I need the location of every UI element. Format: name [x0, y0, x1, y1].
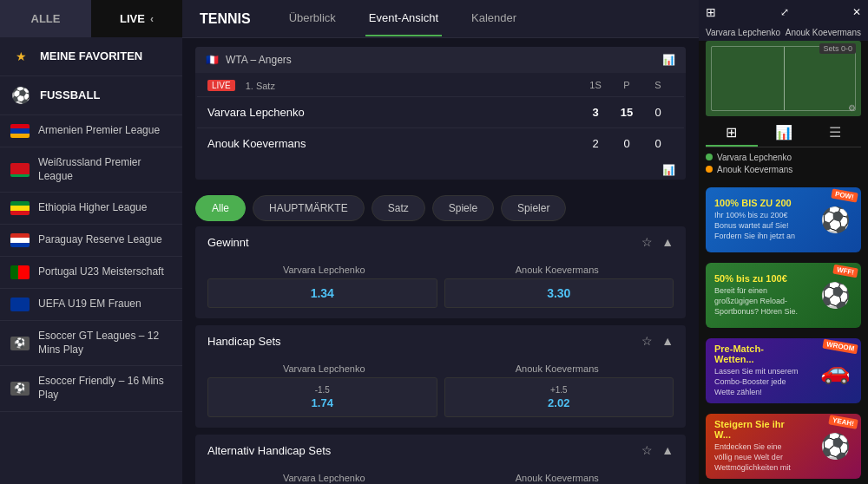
- promo-text-2: 50% bis zu 100€ Bereit für einen großzüg…: [706, 266, 809, 324]
- odds-label-p1: Varvara Lepchenko: [207, 473, 441, 483]
- sidebar-item-esoccer-gt[interactable]: ⚽ Esoccer GT Leagues – 12 Mins Play: [0, 321, 182, 366]
- promo-title-1: 100% BIS ZU 200: [714, 198, 800, 208]
- legend-player2: Anouk Koevermans: [706, 165, 861, 174]
- court-tab-list[interactable]: ☰: [809, 120, 861, 147]
- star-icon[interactable]: ☆: [641, 334, 653, 348]
- market-gewinnt-header[interactable]: Gewinnt ☆ ▲: [195, 226, 686, 258]
- dot-player2: [706, 166, 713, 173]
- chevron-left-icon: ‹: [150, 13, 154, 25]
- legend-label-player2: Anouk Koevermans: [717, 165, 792, 174]
- filter-spieler[interactable]: Spieler: [501, 195, 566, 221]
- odd-gewinnt-p2[interactable]: 3.30: [444, 278, 674, 308]
- sidebar-item-uefa[interactable]: UEFA U19 EM Frauen: [0, 289, 182, 321]
- court-tabs: ⊞ 📊 ☰: [706, 120, 861, 147]
- chevron-up-icon[interactable]: ▲: [661, 443, 674, 457]
- promo-card-4[interactable]: Steigern Sie ihr W... Entdecken Sie eine…: [706, 414, 861, 479]
- sidebar-item-weissrussland[interactable]: Weißrussland Premier League: [0, 147, 182, 193]
- market-alt-handicap-header[interactable]: Alternativ Handicap Sets ☆ ▲: [195, 435, 686, 466]
- promo-card-2[interactable]: 50% bis zu 100€ Bereit für einen großzüg…: [706, 263, 861, 328]
- sport-title: TENNIS: [200, 11, 251, 27]
- tab-uberblick[interactable]: Überblick: [286, 1, 339, 36]
- court-player2: Anouk Koevermans: [786, 28, 861, 37]
- sidebar-label-portugal: Portugal U23 Meisterschaft: [38, 265, 164, 279]
- market-alt-handicap-title: Alternativ Handicap Sets: [207, 444, 331, 457]
- court-header: ⊞ ⤢ ✕: [699, 0, 868, 24]
- court-tab-chart[interactable]: 📊: [758, 120, 810, 147]
- sidebar-item-paraguay[interactable]: Paraguay Reserve League: [0, 225, 182, 257]
- sidebar-item-esoccer-fr[interactable]: ⚽ Esoccer Friendly – 16 Mins Play: [0, 366, 182, 411]
- market-handicap-title: Handicap Sets: [207, 335, 281, 348]
- market-handicap: Handicap Sets ☆ ▲ Varvara Lepchenko Anou…: [195, 325, 686, 428]
- odds-label-p2: Anouk Koevermans: [441, 363, 674, 374]
- tab-kalender[interactable]: Kalender: [468, 1, 520, 36]
- market-gewinnt-title: Gewinnt: [207, 236, 249, 249]
- market-gewinnt: Gewinnt ☆ ▲ Varvara Lepchenko Anouk Koev…: [195, 226, 686, 318]
- filter-spiele[interactable]: Spiele: [432, 195, 494, 221]
- dot-player1: [706, 154, 713, 160]
- player1-name: Varvara Lepchenko: [207, 106, 580, 119]
- sidebar-item-armenien[interactable]: Armenien Premier League: [0, 115, 182, 147]
- court-tab-grid[interactable]: ⊞: [706, 120, 758, 147]
- flag-esoccer-gt: ⚽: [10, 337, 30, 350]
- court-options-icon[interactable]: ⚙: [848, 103, 856, 113]
- tab-event-ansicht[interactable]: Event-Ansicht: [365, 1, 442, 36]
- match-header: 🇫🇷 WTA – Angers 📊 LIVE 1. Satz 1S P S Va…: [195, 47, 686, 180]
- flag-paraguay: [10, 233, 30, 247]
- filter-hauptmarkte[interactable]: HAUPTMÄRKTE: [253, 195, 365, 221]
- sidebar-label-ethiopia: Ethiopia Higher League: [38, 201, 147, 215]
- sidebar-item-fussball[interactable]: ⚽ FUSSBALL: [0, 76, 182, 115]
- filter-alle[interactable]: Alle: [195, 195, 246, 221]
- flag-uefa: [10, 298, 30, 311]
- sidebar: ALLE LIVE ‹ ★ MEINE FAVORITEN ⚽ FUSSBALL…: [0, 0, 182, 484]
- promo-title-4: Steigern Sie ihr W...: [714, 419, 800, 440]
- market-gewinnt-body: Varvara Lepchenko Anouk Koevermans 1.34 …: [195, 258, 686, 318]
- sidebar-item-portugal[interactable]: Portugal U23 Meisterschaft: [0, 257, 182, 289]
- flag-esoccer-fr: ⚽: [10, 382, 30, 396]
- expand-icon[interactable]: ⤢: [780, 6, 789, 18]
- score2-s: 0: [642, 137, 674, 150]
- filter-satz[interactable]: Satz: [372, 195, 425, 221]
- tennis-court: Sets 0-0 ⚙: [706, 41, 861, 116]
- score2-p: 0: [611, 137, 642, 150]
- match-section: 🇫🇷 WTA – Angers 📊 LIVE 1. Satz 1S P S Va…: [182, 38, 699, 484]
- header-1s: 1S: [580, 80, 611, 91]
- odds-label-p1: Varvara Lepchenko: [207, 265, 441, 275]
- score2-1s: 2: [580, 137, 611, 150]
- sets-badge: Sets 0-0: [819, 43, 856, 54]
- graph-icon[interactable]: 📊: [662, 54, 675, 66]
- main-content: TENNIS Überblick Event-Ansicht Kalender …: [182, 0, 699, 484]
- tab-alle[interactable]: ALLE: [0, 0, 91, 37]
- court-player1: Varvara Lepchenko: [706, 28, 780, 37]
- promo-card-1[interactable]: 100% BIS ZU 200 Ihr 100% bis zu 200€ Bon…: [706, 187, 861, 252]
- promo-text-3: Pre-Match-Wetten... Lassen Sie mit unser…: [706, 338, 809, 403]
- chevron-up-icon[interactable]: ▲: [661, 235, 674, 249]
- sidebar-item-ethiopia[interactable]: Ethiopia Higher League: [0, 193, 182, 225]
- market-alt-handicap-actions: ☆ ▲: [641, 443, 674, 457]
- header-p: P: [611, 80, 642, 91]
- odds-label-p2: Anouk Koevermans: [441, 473, 674, 483]
- satz-label: 1. Satz: [246, 81, 275, 91]
- promo-desc-2: Bereit für einen großzügigen Reload-Spor…: [714, 286, 800, 317]
- promo-card-3[interactable]: Pre-Match-Wetten... Lassen Sie mit unser…: [706, 338, 861, 403]
- sidebar-label-favoriten: MEINE FAVORITEN: [40, 49, 142, 64]
- promo-title-2: 50% bis zu 100€: [714, 273, 800, 284]
- player-legend: Varvara Lepchenko Anouk Koevermans: [699, 147, 868, 182]
- sidebar-item-favoriten[interactable]: ★ MEINE FAVORITEN: [0, 37, 182, 76]
- tab-live[interactable]: LIVE ‹: [91, 0, 182, 37]
- odd-handicap-p1[interactable]: -1.5 1.74: [207, 377, 437, 417]
- promo-text-1: 100% BIS ZU 200 Ihr 100% bis zu 200€ Bon…: [706, 191, 809, 248]
- stats-icon[interactable]: 📊: [662, 164, 675, 176]
- odd-gewinnt-p1[interactable]: 1.34: [207, 278, 437, 308]
- odds-label-p2: Anouk Koevermans: [441, 265, 674, 275]
- close-icon[interactable]: ✕: [852, 6, 861, 18]
- chevron-up-icon[interactable]: ▲: [661, 334, 674, 348]
- player2-name: Anouk Koevermans: [207, 137, 580, 150]
- star-icon[interactable]: ☆: [641, 235, 653, 249]
- star-icon[interactable]: ☆: [641, 443, 653, 457]
- market-handicap-actions: ☆ ▲: [641, 334, 674, 348]
- court-inner: [711, 46, 856, 111]
- odd-top-p1: -1.5: [212, 385, 433, 395]
- court-player-names: Varvara Lepchenko Anouk Koevermans: [699, 24, 868, 41]
- market-handicap-header[interactable]: Handicap Sets ☆ ▲: [195, 325, 686, 356]
- odd-handicap-p2[interactable]: +1.5 2.02: [444, 377, 674, 417]
